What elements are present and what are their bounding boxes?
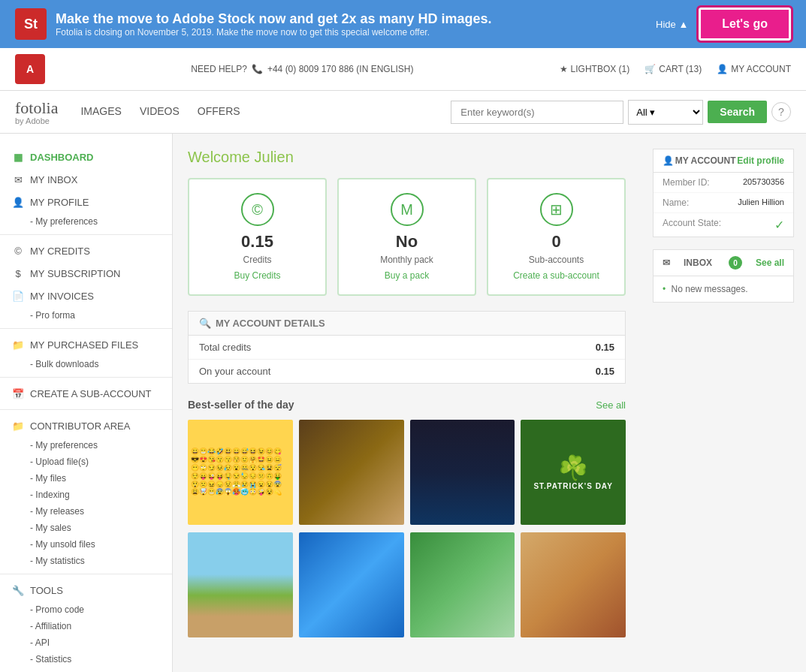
sidebar-sub-api[interactable]: - API <box>0 634 172 651</box>
sidebar-sub-proforma[interactable]: - Pro forma <box>0 307 172 324</box>
sidebar-sub-myfiles[interactable]: - My files <box>0 470 172 487</box>
contributor-icon: 📁 <box>12 420 24 432</box>
bestseller-image-4[interactable]: ☘️ ST.PATRICK'S DAY <box>521 420 626 525</box>
invoices-icon: 📄 <box>12 290 24 302</box>
phone-number: +44 (0) 8009 170 886 (IN ENGLISH) <box>267 64 413 74</box>
member-id-value: 205730356 <box>743 177 784 188</box>
sidebar-divider-5 <box>0 574 172 574</box>
bestseller-image-1[interactable]: 😀😁😂🤣😃😄😅😆😉😊😋😎😍😘😗😙😚🙂🤗🤩😐😑😶🙄😏😣😥😮🤐😯😪😫😴😌😛😜😝🤤😒😓… <box>188 420 293 525</box>
subaccounts-card[interactable]: ⊞ 0 Sub-accounts Create a sub-account <box>487 178 626 296</box>
search-type-select[interactable]: All ▾ Photos Illustrations <box>628 100 703 125</box>
sidebar-item-dashboard[interactable]: ▦ DASHBOARD <box>0 146 172 168</box>
monthly-value: No <box>352 232 461 252</box>
help-section: NEED HELP? 📞 +44 (0) 8009 170 886 (IN EN… <box>191 64 413 74</box>
subaccounts-label: Sub-accounts <box>502 255 611 265</box>
main-layout: ▦ DASHBOARD ✉ MY INBOX 👤 MY PROFILE - My… <box>0 134 806 672</box>
inbox-panel-icon: ✉ <box>663 258 670 268</box>
name-row: Name: Julien Hillion <box>654 193 793 213</box>
bestseller-image-6[interactable] <box>299 532 404 637</box>
sidebar-sub-indexing[interactable]: - Indexing <box>0 487 172 503</box>
sidebar-sub-unsold[interactable]: - My unsold files <box>0 536 172 553</box>
nav-images[interactable]: IMAGES <box>80 92 121 132</box>
logo-text: fotolia <box>15 98 58 118</box>
sidebar-label-dashboard: DASHBOARD <box>30 152 94 163</box>
inbox-panel: ✉ INBOX 0 See all • No new messages. <box>653 249 794 303</box>
sidebar-item-subaccount[interactable]: 📅 CREATE A SUB-ACCOUNT <box>0 382 172 405</box>
sidebar-item-tools[interactable]: 🔧 TOOLS <box>0 579 172 601</box>
sidebar-item-subscription[interactable]: $ MY SUBSCRIPTION <box>0 262 172 285</box>
sidebar-label-subaccount: CREATE A SUB-ACCOUNT <box>30 388 152 399</box>
header: A NEED HELP? 📞 +44 (0) 8009 170 886 (IN … <box>0 48 806 91</box>
bestseller-image-3[interactable] <box>410 420 515 525</box>
on-account-value: 0.15 <box>596 366 614 377</box>
search-input[interactable] <box>451 101 623 124</box>
dashboard-icon: ▦ <box>12 151 24 163</box>
inbox-see-all-link[interactable]: See all <box>756 258 784 268</box>
credits-card-icon: © <box>241 193 274 226</box>
lightbox-link[interactable]: ★ LIGHTBOX (1) <box>560 64 630 74</box>
right-panel: 👤 MY ACCOUNT Edit profile Member ID: 205… <box>641 134 806 672</box>
sidebar-sub-releases[interactable]: - My releases <box>0 503 172 520</box>
monthly-card-icon: M <box>391 193 424 226</box>
sidebar-item-purchased[interactable]: 📁 MY PURCHASED FILES <box>0 333 172 356</box>
subaccounts-value: 0 <box>502 232 611 252</box>
sidebar-item-inbox[interactable]: ✉ MY INBOX <box>0 168 172 191</box>
see-all-link[interactable]: See all <box>596 399 626 411</box>
my-account-link[interactable]: 👤 MY ACCOUNT <box>717 64 791 74</box>
sidebar-item-contributor[interactable]: 📁 CONTRIBUTOR AREA <box>0 414 172 437</box>
sidebar-sub-preferences[interactable]: - My preferences <box>0 213 172 230</box>
sidebar-sub-promo[interactable]: - Promo code <box>0 601 172 618</box>
bestseller-image-2[interactable] <box>299 420 404 525</box>
bestseller-image-5[interactable] <box>188 532 293 637</box>
hide-button[interactable]: Hide ▲ <box>656 19 688 30</box>
create-subaccount-link[interactable]: Create a sub-account <box>513 270 599 281</box>
sidebar-sub-affiliation[interactable]: - Affiliation <box>0 618 172 634</box>
my-account-label: MY ACCOUNT <box>731 64 791 74</box>
sidebar-sub-tools-stats[interactable]: - Statistics <box>0 651 172 667</box>
search-button[interactable]: Search <box>708 101 767 123</box>
bestseller-header: Best-seller of the day See all <box>188 399 626 411</box>
search-icon: 🔍 <box>199 318 211 329</box>
star-icon: ★ <box>560 64 568 74</box>
sidebar-item-profile[interactable]: 👤 MY PROFILE <box>0 191 172 213</box>
my-account-panel-header: 👤 MY ACCOUNT Edit profile <box>654 149 793 173</box>
my-account-panel: 👤 MY ACCOUNT Edit profile Member ID: 205… <box>653 149 794 237</box>
banner-text: Make the move to Adobe Stock now and get… <box>56 11 491 38</box>
bestseller-grid-row2 <box>188 532 626 637</box>
sidebar-sub-sales[interactable]: - My sales <box>0 520 172 536</box>
sidebar-item-invoices[interactable]: 📄 MY INVOICES <box>0 285 172 307</box>
bestseller-image-7[interactable] <box>410 532 515 637</box>
logo-area: fotolia by Adobe <box>15 91 58 133</box>
adobe-stock-logo: St <box>15 8 47 40</box>
subscription-icon: $ <box>12 267 24 279</box>
cart-link[interactable]: 🛒 CART (13) <box>644 64 702 74</box>
nav-offers[interactable]: OFFERS <box>198 92 240 132</box>
buy-pack-link[interactable]: Buy a pack <box>385 270 429 281</box>
bestseller-image-8[interactable] <box>521 532 626 637</box>
sidebar-sub-statistics[interactable]: - My statistics <box>0 553 172 569</box>
nav-links: IMAGES VIDEOS OFFERS <box>80 92 240 132</box>
edit-profile-link[interactable]: Edit profile <box>737 155 784 166</box>
nav-videos[interactable]: VIDEOS <box>140 92 180 132</box>
sidebar-label-subscription: MY SUBSCRIPTION <box>30 268 120 279</box>
monthly-label: Monthly pack <box>352 255 461 265</box>
cart-icon: 🛒 <box>644 64 656 74</box>
inbox-icon: ✉ <box>12 173 24 185</box>
buy-credits-link[interactable]: Buy Credits <box>234 270 280 281</box>
navbar: fotolia by Adobe IMAGES VIDEOS OFFERS Al… <box>0 91 806 134</box>
help-button[interactable]: ? <box>771 102 791 122</box>
monthly-card[interactable]: M No Monthly pack Buy a pack <box>337 178 476 296</box>
name-value: Julien Hillion <box>738 197 784 208</box>
sidebar-sub-upload[interactable]: - Upload file(s) <box>0 454 172 470</box>
sidebar-label-credits: MY CREDITS <box>30 246 90 257</box>
top-banner: St Make the move to Adobe Stock now and … <box>0 0 806 48</box>
sidebar-sub-bulk[interactable]: - Bulk downloads <box>0 356 172 372</box>
on-account-label: On your account <box>199 366 270 377</box>
total-credits-value: 0.15 <box>596 342 614 353</box>
credits-icon: © <box>12 245 24 257</box>
banner-right: Hide ▲ Let's go <box>656 8 791 41</box>
sidebar-item-credits[interactable]: © MY CREDITS <box>0 240 172 262</box>
credits-card[interactable]: © 0.15 Credits Buy Credits <box>188 178 327 296</box>
lets-go-button[interactable]: Let's go <box>699 8 791 41</box>
sidebar-sub-contrib-prefs[interactable]: - My preferences <box>0 437 172 454</box>
